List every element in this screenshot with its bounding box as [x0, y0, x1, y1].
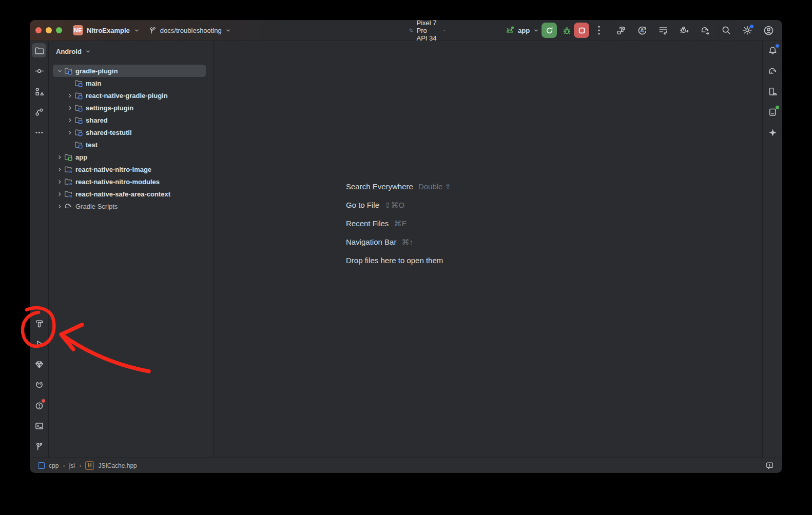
chevron-placeholder — [65, 141, 73, 149]
run-config-name: app — [518, 27, 530, 34]
shortcut-keys: ⌘↑ — [401, 236, 413, 248]
tree-item-react-native-gradle-plugin[interactable]: react-native-gradle-plugin — [53, 89, 206, 102]
problems-notification-dot — [41, 399, 46, 403]
settings-button[interactable] — [742, 25, 753, 36]
tool-structure-button[interactable] — [32, 84, 46, 98]
more-actions-button[interactable] — [595, 24, 603, 36]
titlebar-actions: A — [615, 20, 774, 41]
module-folder-icon — [74, 91, 83, 100]
tree-item-test[interactable]: test — [53, 138, 206, 151]
chevron-right-icon[interactable] — [55, 202, 63, 210]
tool-commit-button[interactable] — [32, 64, 46, 78]
breadcrumb-file[interactable]: JSICache.hpp — [98, 462, 137, 469]
tree-item-label: react-native-safe-area-context — [75, 190, 170, 198]
chevron-right-icon[interactable] — [55, 177, 63, 186]
tool-logcat-button[interactable] — [32, 378, 46, 392]
attach-debugger-button[interactable] — [679, 25, 690, 36]
tree-item-main[interactable]: main — [53, 77, 206, 89]
main-content: Android gradle-plugin main — [30, 41, 782, 458]
tool-run-button[interactable] — [32, 336, 46, 351]
chevron-down-icon — [226, 28, 230, 33]
running-devices-dot — [775, 105, 780, 110]
tool-terminal-button[interactable] — [32, 419, 46, 433]
restart-arrow-icon — [545, 26, 554, 35]
commit-icon — [34, 66, 44, 76]
tool-version-control-button[interactable] — [32, 439, 46, 453]
tool-running-devices-button[interactable] — [765, 105, 780, 119]
tool-notifications-button[interactable] — [765, 43, 780, 57]
tool-gemini-button[interactable] — [765, 125, 780, 140]
device-selector[interactable]: Pixel 7 Pro API 34 — [409, 20, 446, 41]
apply-changes-restart-button[interactable]: A — [636, 25, 648, 36]
tool-project-button[interactable] — [32, 43, 46, 57]
vcs-branch-selector[interactable]: docs/troubleshooting — [148, 26, 230, 35]
chevron-right-icon[interactable] — [55, 153, 63, 161]
tool-more-button[interactable] — [32, 125, 46, 140]
profile-button[interactable] — [763, 25, 774, 36]
search-everywhere-button[interactable] — [721, 25, 732, 36]
tool-problems-button[interactable] — [32, 398, 46, 412]
chevron-right-icon[interactable] — [55, 190, 63, 198]
tree-item-label: react-native-gradle-plugin — [86, 92, 168, 100]
traffic-lights — [30, 27, 62, 33]
tool-app-inspection-button[interactable] — [32, 357, 46, 371]
project-view-selector[interactable]: Android — [49, 41, 213, 56]
tree-item-gradle-scripts[interactable]: Gradle Scripts — [53, 200, 206, 212]
maximize-button[interactable] — [56, 27, 62, 33]
debug-button[interactable] — [562, 25, 572, 35]
run-configuration-selector[interactable]: app — [505, 20, 538, 41]
chevron-down-icon[interactable] — [55, 67, 63, 75]
minimize-button[interactable] — [46, 27, 52, 33]
tool-vcs-button[interactable] — [32, 105, 46, 119]
statusbar-hint-button[interactable] — [765, 461, 774, 470]
rerun-button[interactable] — [542, 23, 557, 38]
tree-item-label: react-native-nitro-image — [75, 166, 151, 173]
notifications-dot — [775, 44, 780, 48]
tree-item-app[interactable]: app — [53, 151, 206, 163]
tree-item-gradle-plugin[interactable]: gradle-plugin — [53, 65, 206, 77]
chevron-right-icon[interactable] — [65, 104, 73, 112]
tree-item-shared[interactable]: shared — [53, 114, 206, 126]
tree-item-label: app — [75, 153, 87, 161]
breadcrumb-mid[interactable]: jsi — [69, 462, 75, 469]
apply-code-changes-button[interactable] — [658, 25, 669, 36]
build-project-button[interactable] — [615, 25, 627, 36]
chevron-right-icon[interactable] — [55, 165, 63, 173]
tree-item-react-native-nitro-modules[interactable]: react-native-nitro-modules — [53, 175, 206, 188]
shortcut-navigation-bar: Navigation Bar ⌘↑ — [346, 236, 451, 248]
chevron-right-icon[interactable] — [65, 128, 73, 136]
gradle-sync-button[interactable] — [700, 25, 711, 36]
device-mirror-icon — [409, 26, 413, 35]
tree-item-settings-plugin[interactable]: settings-plugin — [53, 102, 206, 114]
tree-item-shared-testutil[interactable]: shared-testutil — [53, 126, 206, 138]
shortcut-go-to-file: Go to File ⇧⌘O — [346, 199, 451, 211]
tree-item-label: gradle-plugin — [75, 67, 118, 75]
drop-files-hint: Drop files here to open them — [346, 254, 451, 267]
desktop-background: NE NitroExample docs/troubleshooting — [0, 0, 812, 515]
bug-icon — [562, 26, 572, 35]
shortcut-keys: ⇧⌘O — [384, 199, 404, 211]
tree-item-react-native-nitro-image[interactable]: react-native-nitro-image — [53, 163, 206, 175]
project-selector[interactable]: NE NitroExample — [73, 25, 139, 35]
tree-item-react-native-safe-area-context[interactable]: react-native-safe-area-context — [53, 188, 206, 200]
editor-area[interactable]: Search Everywhere Double ⇧ Go to File ⇧⌘… — [214, 41, 762, 458]
chevron-right-icon[interactable] — [65, 91, 73, 100]
tool-build-button[interactable] — [32, 316, 46, 330]
settings-notification-dot — [749, 24, 754, 29]
right-tool-stripe — [762, 41, 782, 458]
module-folder-icon — [74, 104, 83, 112]
tool-gradle-button[interactable] — [765, 64, 780, 78]
shortcut-keys: ⌘E — [394, 217, 407, 230]
stop-button[interactable] — [574, 23, 589, 38]
close-button[interactable] — [35, 27, 42, 33]
cat-icon — [34, 380, 44, 390]
gradle-elephant-icon — [64, 202, 72, 210]
drop-hint-label: Drop files here to open them — [346, 254, 443, 267]
tool-device-manager-button[interactable] — [765, 84, 780, 98]
breadcrumb-root[interactable]: cpp — [49, 462, 59, 469]
code-changes-icon — [658, 25, 668, 35]
tree-item-label: main — [86, 80, 101, 87]
bug-arrow-icon — [679, 25, 689, 35]
git-branch-icon — [34, 442, 44, 451]
chevron-right-icon[interactable] — [65, 116, 73, 124]
